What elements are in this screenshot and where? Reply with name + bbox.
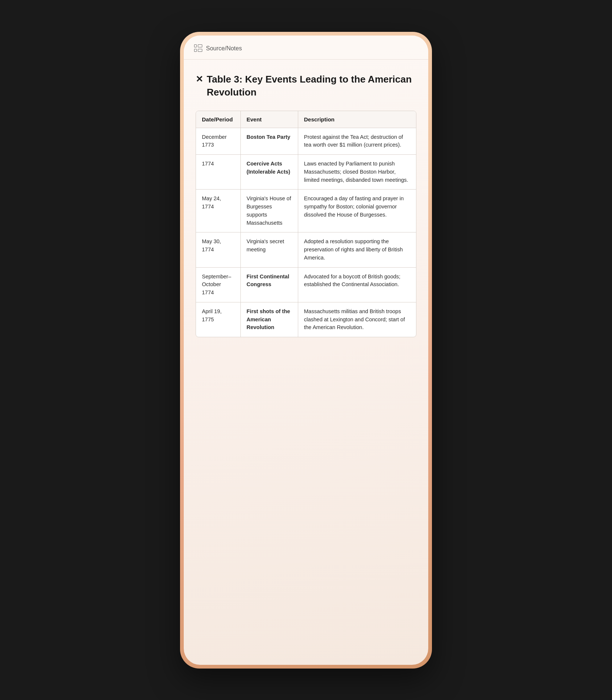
header-description: Description: [298, 111, 416, 128]
cell-description: Massachusetts militias and British troop…: [298, 302, 416, 337]
cell-date: May 30, 1774: [196, 232, 240, 267]
cell-description: Encouraged a day of fasting and prayer i…: [298, 190, 416, 232]
table-row: December 1773Boston Tea PartyProtest aga…: [196, 128, 416, 155]
cell-description: Laws enacted by Parliament to punish Mas…: [298, 155, 416, 190]
header-date: Date/Period: [196, 111, 240, 128]
title-icon: ✕: [196, 73, 203, 85]
table-header-row: Date/Period Event Description: [196, 111, 416, 128]
cell-event: Virginia's House of Burgesses supports M…: [240, 190, 298, 232]
top-bar: Source/Notes: [184, 36, 428, 60]
cell-date: December 1773: [196, 128, 240, 155]
device-frame: Source/Notes ✕ Table 3: Key Events Leadi…: [180, 32, 432, 669]
table-row: 1774Coercive Acts (Intolerable Acts)Laws…: [196, 155, 416, 190]
cell-description: Protest against the Tea Act; destruction…: [298, 128, 416, 155]
table-row: September–October 1774First Continental …: [196, 267, 416, 302]
cell-event: Boston Tea Party: [240, 128, 298, 155]
events-table: Date/Period Event Description December 1…: [196, 111, 416, 337]
table-row: April 19, 1775First shots of the America…: [196, 302, 416, 337]
device-inner: Source/Notes ✕ Table 3: Key Events Leadi…: [184, 36, 428, 665]
cell-description: Adopted a resolution supporting the pres…: [298, 232, 416, 267]
table-wrapper: Date/Period Event Description December 1…: [196, 111, 416, 338]
cell-event: First Continental Congress: [240, 267, 298, 302]
layout-icon: [194, 44, 202, 53]
table-row: May 30, 1774Virginia's secret meetingAdo…: [196, 232, 416, 267]
cell-description: Advocated for a boycott of British goods…: [298, 267, 416, 302]
cell-event: Virginia's secret meeting: [240, 232, 298, 267]
cell-date: 1774: [196, 155, 240, 190]
cell-date: May 24, 1774: [196, 190, 240, 232]
content-area: ✕ Table 3: Key Events Leading to the Ame…: [184, 60, 428, 665]
page-title: ✕ Table 3: Key Events Leading to the Ame…: [196, 73, 416, 99]
table-row: May 24, 1774Virginia's House of Burgesse…: [196, 190, 416, 232]
cell-date: September–October 1774: [196, 267, 240, 302]
cell-event: Coercive Acts (Intolerable Acts): [240, 155, 298, 190]
top-bar-label: Source/Notes: [206, 45, 242, 52]
header-event: Event: [240, 111, 298, 128]
cell-event: First shots of the American Revolution: [240, 302, 298, 337]
cell-date: April 19, 1775: [196, 302, 240, 337]
